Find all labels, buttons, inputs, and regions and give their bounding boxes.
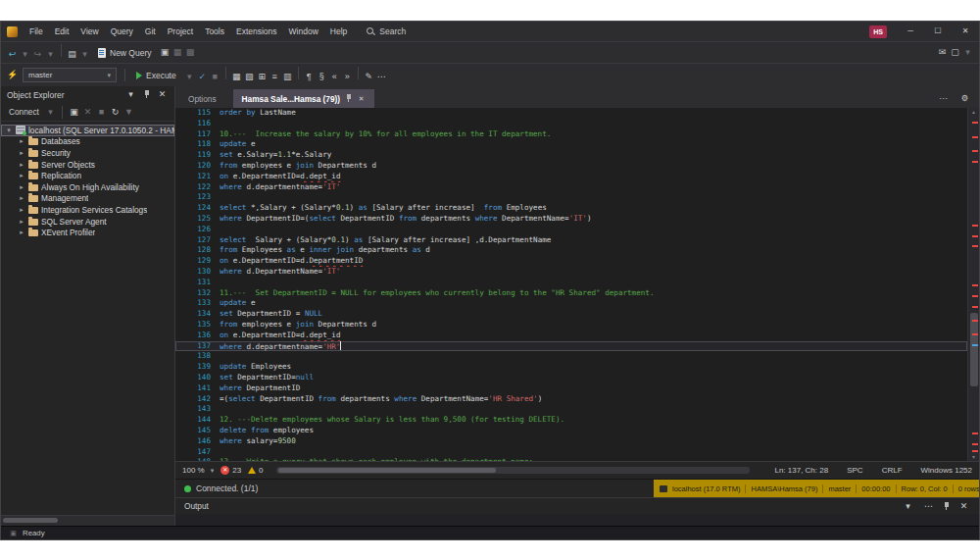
pin-icon[interactable] — [143, 90, 150, 99]
tab-overflow-icon[interactable]: ⋯ — [937, 91, 950, 106]
new-query-button[interactable]: New Query — [92, 44, 158, 61]
filter-icon[interactable]: ▼ — [122, 105, 135, 120]
output-overflow-icon[interactable]: ⋯ — [922, 499, 935, 514]
nav-forward-icon[interactable]: ↪ — [31, 47, 44, 62]
expand-icon[interactable]: ▸ — [18, 218, 25, 226]
tree-node-databases[interactable]: ▸Databases — [1, 136, 174, 148]
code-line[interactable]: 145delete from employees — [175, 426, 967, 436]
nav-back-icon[interactable]: ↩ — [6, 47, 19, 62]
encoding[interactable]: Windows 1252 — [921, 466, 972, 475]
code-line[interactable]: 122where d.departmentname='IT' — [175, 182, 967, 193]
results-file-icon[interactable]: ▥ — [281, 70, 294, 84]
warning-count[interactable]: 0 — [248, 466, 263, 475]
disconnect-icon[interactable]: ✕ — [81, 105, 94, 120]
tree-node-server[interactable]: ▾localhost (SQL Server 17.0.1050.2 - HAM… — [1, 125, 174, 136]
new-file-dropdown-icon[interactable]: ▾ — [78, 47, 91, 62]
new-file-icon[interactable]: ▤ — [66, 47, 78, 62]
code-line[interactable]: 14412. ---Delete employees whose Salary … — [175, 415, 967, 426]
execute-dropdown-icon[interactable]: ▾ — [183, 70, 196, 84]
outdent-icon[interactable]: « — [328, 70, 341, 84]
expand-icon[interactable]: ▸ — [18, 194, 25, 202]
code-line[interactable]: 137where d.departmentname='HR' — [175, 341, 967, 352]
tree-node-always-on-high-availability[interactable]: ▸Always On High Availability — [1, 181, 174, 193]
user-avatar[interactable]: HS — [869, 25, 887, 38]
cancel-query-icon[interactable]: ■ — [209, 70, 221, 84]
code-line[interactable]: 124select *,Salary + (Salary*0.1) as [Sa… — [175, 203, 967, 214]
code-line[interactable]: 126 — [175, 225, 967, 235]
stop-icon[interactable]: ■ — [95, 105, 108, 120]
indent-icon[interactable]: » — [341, 70, 354, 84]
collapse-icon[interactable]: ▾ — [5, 127, 13, 134]
uncomment-icon[interactable]: § — [316, 70, 328, 84]
scroll-down-icon[interactable]: ▾ — [968, 453, 979, 461]
feedback-icon[interactable]: ✉ — [936, 45, 949, 60]
minimize-button[interactable]: ─ — [897, 22, 924, 41]
code-line[interactable]: 127select Salary + (Salary*0.1) as [Sala… — [175, 235, 967, 246]
code-line[interactable]: 118update e — [175, 139, 967, 150]
tree-node-xevent-profiler[interactable]: ▸XEvent Profiler — [1, 227, 174, 238]
explorer-horizontal-scrollbar[interactable] — [1, 515, 174, 526]
toolbar-overflow-icon[interactable]: ⋯ — [375, 70, 388, 84]
open-file-icon[interactable]: ▣ — [159, 45, 172, 60]
save-icon[interactable]: ▦ — [172, 45, 184, 60]
expand-icon[interactable]: ▸ — [18, 172, 25, 179]
refresh-icon[interactable]: ↻ — [109, 105, 122, 120]
database-selector[interactable]: master ▾ — [23, 68, 117, 82]
code-line[interactable]: 121on e.DepartmentID=d.dept_id — [175, 172, 967, 182]
nav-back-dropdown-icon[interactable]: ▾ — [19, 47, 31, 62]
tab-options[interactable]: Options — [179, 89, 225, 108]
scrollbar-thumb[interactable] — [278, 468, 497, 473]
scrollbar-thumb[interactable] — [970, 313, 978, 387]
vertical-scrollbar[interactable]: ▴ ▾ — [967, 108, 979, 461]
code-line[interactable]: 135from employees e join Departments d — [175, 320, 967, 331]
code-line[interactable]: 11710.--- Increase the salary by 10% for… — [175, 129, 967, 140]
comment-icon[interactable]: ¶ — [303, 70, 316, 84]
menu-view[interactable]: View — [74, 22, 104, 41]
search-box[interactable]: Search — [367, 26, 406, 36]
code-line[interactable]: 123 — [175, 192, 967, 203]
execute-button[interactable]: Execute — [130, 67, 182, 83]
code-line[interactable]: 134set DepartmentID = NULL — [175, 309, 967, 320]
code-line[interactable]: 120from employees e join Departments d — [175, 161, 967, 172]
expand-icon[interactable]: ▸ — [18, 137, 25, 145]
code-line[interactable]: 146where salary=9500 — [175, 436, 967, 447]
pin-icon[interactable] — [345, 94, 352, 103]
results-grid-icon[interactable]: ⊞ — [256, 70, 269, 84]
close-panel-icon[interactable]: ✕ — [957, 499, 970, 514]
menu-tools[interactable]: Tools — [199, 22, 230, 41]
code-line[interactable]: 141where DepartmentID — [175, 383, 967, 394]
close-button[interactable]: ✕ — [952, 22, 979, 41]
tree-node-replication[interactable]: ▸Replication — [1, 170, 174, 181]
close-panel-icon[interactable]: ✕ — [156, 87, 169, 102]
save-all-icon[interactable]: ▩ — [184, 45, 197, 60]
menu-file[interactable]: File — [24, 22, 49, 41]
scroll-up-icon[interactable]: ▴ — [968, 108, 979, 116]
nav-forward-dropdown-icon[interactable]: ▾ — [44, 47, 57, 62]
estimated-plan-icon[interactable]: ▦ — [230, 70, 243, 84]
pin-icon[interactable] — [943, 502, 950, 511]
menu-project[interactable]: Project — [162, 22, 199, 41]
code-line[interactable]: 14813. --Write a query that shows each e… — [175, 457, 967, 461]
code-line[interactable]: 125where DepartmentID=(select Department… — [175, 214, 967, 225]
parse-icon[interactable]: ✓ — [196, 70, 209, 84]
error-count[interactable]: 23 — [220, 466, 241, 475]
code-line[interactable]: 147 — [175, 447, 967, 458]
menu-query[interactable]: Query — [105, 22, 139, 41]
expand-icon[interactable]: ▸ — [18, 149, 25, 157]
connect-server-icon[interactable]: ▣ — [68, 105, 80, 120]
window-position-icon[interactable]: ▾ — [124, 87, 137, 102]
connect-dropdown[interactable]: Connect — [6, 107, 42, 117]
code-line[interactable]: 115order by LastName — [175, 108, 967, 119]
tree-node-management[interactable]: ▸Management — [1, 193, 174, 205]
window-layout-dropdown-icon[interactable]: ▾ — [961, 45, 974, 60]
sqlcmd-icon[interactable]: ✎ — [363, 70, 375, 84]
line-ending[interactable]: CRLF — [882, 466, 903, 475]
menu-edit[interactable]: Edit — [49, 22, 75, 41]
maximize-button[interactable]: ☐ — [924, 22, 952, 41]
zoom-control[interactable]: 100 % ▾ — [182, 466, 214, 475]
code-line[interactable]: 138 — [175, 351, 967, 362]
editor-settings-icon[interactable]: ⚙ — [958, 91, 971, 106]
code-line[interactable]: 116 — [175, 119, 967, 129]
code-line[interactable]: 13211.--- Set DepartmentID = NULL for em… — [175, 288, 967, 299]
expand-icon[interactable]: ▸ — [18, 229, 25, 236]
